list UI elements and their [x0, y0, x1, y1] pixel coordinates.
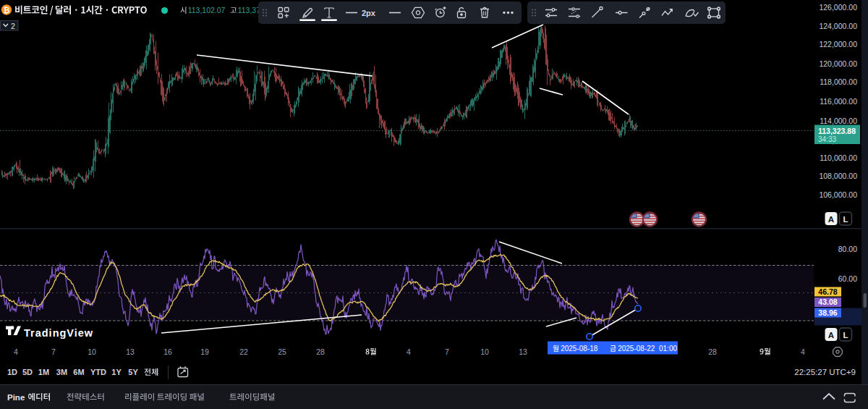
svg-text:22:25:27 UTC+9: 22:25:27 UTC+9	[794, 368, 856, 376]
svg-text:TradingView: TradingView	[24, 327, 93, 339]
svg-text:46.78: 46.78	[818, 287, 837, 296]
svg-text:120,000.00: 120,000.00	[819, 59, 857, 68]
svg-text:118,000.00: 118,000.00	[820, 77, 857, 86]
svg-text:01:00: 01:00	[659, 345, 677, 353]
svg-text:1D: 1D	[7, 368, 17, 376]
svg-text:126,000.00: 126,000.00	[819, 3, 857, 12]
svg-text:38.96: 38.96	[818, 308, 837, 317]
svg-text:4: 4	[14, 347, 18, 356]
svg-text:113,102.07: 113,102.07	[188, 6, 226, 14]
svg-text:L: L	[843, 331, 848, 340]
svg-text:5Y: 5Y	[128, 368, 138, 376]
svg-text:13: 13	[126, 347, 135, 356]
svg-text:2025-08-18: 2025-08-18	[561, 345, 598, 353]
svg-text:4: 4	[407, 347, 411, 356]
svg-text:25: 25	[278, 347, 286, 356]
svg-text:28: 28	[708, 347, 717, 356]
svg-text:108,000.00: 108,000.00	[819, 172, 857, 180]
svg-text:5D: 5D	[22, 368, 33, 376]
svg-text:2px: 2px	[362, 9, 376, 17]
svg-text:2: 2	[11, 22, 15, 30]
svg-text:19: 19	[200, 347, 209, 356]
svg-text:106,000.00: 106,000.00	[819, 190, 857, 199]
svg-text:16: 16	[163, 347, 172, 356]
svg-text:A: A	[828, 331, 834, 340]
svg-text:1Y: 1Y	[111, 368, 122, 376]
svg-text:28: 28	[316, 347, 325, 356]
svg-text:43.08: 43.08	[818, 298, 837, 306]
svg-text:60.00: 60.00	[838, 274, 857, 283]
svg-text:110,000.00: 110,000.00	[820, 153, 857, 162]
svg-text:114,000.00: 114,000.00	[820, 117, 857, 125]
svg-text:6M: 6M	[73, 368, 84, 376]
svg-text:122,000.00: 122,000.00	[819, 40, 857, 49]
svg-text:113,323.88: 113,323.88	[818, 127, 856, 135]
svg-text:A: A	[828, 215, 834, 224]
svg-text:13: 13	[519, 347, 527, 356]
svg-text:34:33: 34:33	[818, 135, 836, 143]
svg-text:10: 10	[480, 347, 489, 356]
svg-text:2025-08-22: 2025-08-22	[618, 345, 655, 353]
svg-text:4: 4	[801, 347, 805, 356]
svg-text:22: 22	[239, 347, 248, 356]
svg-text:116,000.00: 116,000.00	[820, 97, 857, 106]
svg-text:₿: ₿	[4, 6, 10, 14]
svg-text:124,000.00: 124,000.00	[819, 22, 857, 30]
svg-text:L: L	[843, 215, 848, 224]
svg-text:7: 7	[51, 347, 56, 356]
svg-text:80.00: 80.00	[838, 245, 857, 253]
svg-text:3M: 3M	[56, 368, 67, 376]
svg-text:10: 10	[88, 347, 96, 356]
svg-text:1M: 1M	[38, 368, 49, 376]
svg-text:7: 7	[445, 347, 449, 356]
svg-text:Pine: Pine	[7, 393, 25, 402]
svg-text:YTD: YTD	[90, 368, 106, 376]
